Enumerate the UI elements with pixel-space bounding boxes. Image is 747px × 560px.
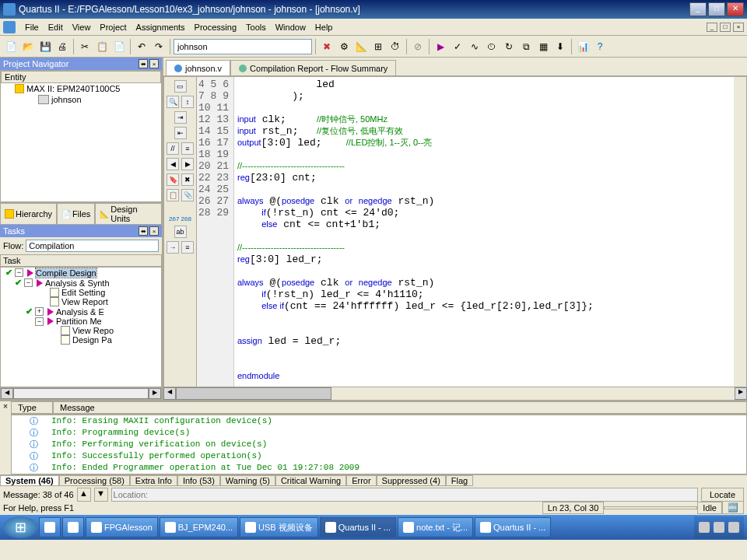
ed-line-icon[interactable]: ≡ <box>181 241 194 254</box>
tab-files[interactable]: 📄Files <box>57 203 95 225</box>
ed-prev-icon[interactable]: ◀ <box>167 158 179 170</box>
play-icon[interactable] <box>27 269 33 277</box>
ed-clear-icon[interactable]: ✖ <box>181 173 194 186</box>
assignments-icon[interactable]: ✖ <box>319 39 335 54</box>
tasks-pin-icon[interactable]: ⬌ <box>139 226 148 236</box>
tasks-hscrollbar[interactable]: ◀▶ <box>0 387 162 400</box>
msgtab-extra[interactable]: Extra Info <box>130 475 177 486</box>
task-view-repo[interactable]: View Repo <box>72 326 114 335</box>
report-icon[interactable]: 📊 <box>575 39 591 54</box>
save-icon[interactable]: 💾 <box>37 39 53 54</box>
again-icon[interactable]: ↻ <box>501 39 517 54</box>
tb-quartus2[interactable]: Quartus II - ... <box>475 517 551 537</box>
play-icon[interactable] <box>47 317 54 325</box>
print-icon[interactable]: 🖨 <box>54 39 70 54</box>
tb-notepad[interactable]: note.txt - 记... <box>398 517 473 537</box>
ed-template-icon[interactable]: 📋 <box>167 189 179 201</box>
undo-icon[interactable]: ↶ <box>134 39 149 54</box>
menu-edit[interactable]: Edit <box>44 21 68 33</box>
ql-ie-icon[interactable] <box>39 517 61 537</box>
device-node[interactable]: MAX II: EPM240T100C5 <box>1 83 161 94</box>
ed-outdent-icon[interactable]: ⇤ <box>174 127 187 139</box>
msgtab-suppressed[interactable]: Suppressed (4) <box>377 475 446 486</box>
flow-combo[interactable]: Compilation <box>26 240 159 252</box>
task-compile-design[interactable]: Compile Design <box>36 268 96 278</box>
menu-view[interactable]: View <box>68 21 96 33</box>
tb-fpgalesson[interactable]: FPGAlesson <box>86 517 158 537</box>
tab-hierarchy[interactable]: Hierarchy <box>0 203 57 225</box>
mdi-minimize[interactable]: _ <box>707 23 717 32</box>
play-icon[interactable] <box>47 308 54 316</box>
top-entity-node[interactable]: johnson <box>1 94 161 105</box>
msgtab-info[interactable]: Info (53) <box>177 475 220 486</box>
mdi-close[interactable]: × <box>733 23 744 32</box>
tray-icon[interactable] <box>714 522 724 533</box>
pins-icon[interactable]: ⊞ <box>370 39 386 54</box>
task-partition[interactable]: Partition Me <box>56 317 102 326</box>
msgtab-flag[interactable]: Flag <box>446 475 473 486</box>
ed-bookmark-icon[interactable]: 🔖 <box>167 173 179 186</box>
location-input[interactable] <box>111 488 698 502</box>
simulate-icon[interactable]: ∿ <box>467 39 482 54</box>
redo-icon[interactable]: ↷ <box>151 39 167 54</box>
settings-icon[interactable]: ⚙ <box>336 39 352 54</box>
ed-insert-icon[interactable]: 📎 <box>181 189 194 201</box>
stop-icon[interactable]: ⊘ <box>410 39 426 54</box>
msgtab-error[interactable]: Error <box>346 475 376 486</box>
ed-goto-icon[interactable]: → <box>167 241 179 254</box>
menu-processing[interactable]: Processing <box>190 21 241 33</box>
collapse-icon[interactable]: − <box>24 278 33 287</box>
collapse-icon[interactable]: − <box>15 268 23 277</box>
editor-hscrollbar[interactable]: ◀▶ <box>163 387 747 400</box>
play-icon[interactable] <box>37 279 43 287</box>
menu-assignments[interactable]: Assignments <box>132 21 190 33</box>
menu-window[interactable]: Window <box>271 21 310 33</box>
timing-icon[interactable]: ⏱ <box>388 39 403 54</box>
pn-pin-icon[interactable]: ⬌ <box>139 59 148 68</box>
tab-compilation-report[interactable]: Compilation Report - Flow Summary <box>230 60 396 75</box>
gate-icon[interactable]: ⧉ <box>518 39 534 54</box>
status-ime-icon[interactable]: 🔤 <box>722 501 744 514</box>
program-icon[interactable]: ⬇ <box>552 39 568 54</box>
code-editor[interactable]: led ); input clk; //时钟信号, 50MHz input rs… <box>234 77 734 387</box>
task-analysis-elab[interactable]: Analysis & E <box>56 307 104 317</box>
ed-replace-icon[interactable]: ↕ <box>181 96 194 108</box>
tab-design-units[interactable]: 📐Design Units <box>95 203 162 225</box>
locate-button[interactable]: Locate <box>701 488 744 502</box>
pn-close-icon[interactable]: × <box>149 59 159 68</box>
ed-comment-icon[interactable]: // <box>167 142 179 155</box>
task-analysis-synth[interactable]: Analysis & Synth <box>45 278 110 288</box>
ed-indent-icon[interactable]: ⇥ <box>174 111 187 124</box>
menu-help[interactable]: Help <box>310 21 338 33</box>
help-icon[interactable]: ? <box>592 39 608 54</box>
message-list[interactable]: ⓘInfo: Erasing MAXII configuration devic… <box>11 415 747 474</box>
ed-find-icon[interactable]: 🔍 <box>167 96 179 108</box>
expand-icon[interactable]: + <box>35 307 44 316</box>
msgtab-critical[interactable]: Critical Warning <box>275 475 346 486</box>
task-edit-setting[interactable]: Edit Setting <box>61 288 105 297</box>
task-view-report[interactable]: View Report <box>61 297 108 306</box>
msgtab-processing[interactable]: Processing (58) <box>59 475 130 486</box>
tb-bjepm240[interactable]: BJ_EPM240... <box>160 517 238 537</box>
cut-icon[interactable]: ✂ <box>77 39 93 54</box>
entity-tree[interactable]: Entity MAX II: EPM240T100C5 johnson <box>0 70 162 202</box>
mdi-restore[interactable]: □ <box>720 23 731 32</box>
open-icon[interactable]: 📂 <box>20 39 36 54</box>
chip-icon[interactable]: ▦ <box>535 39 551 54</box>
minimize-button[interactable]: _ <box>689 2 707 16</box>
start-button[interactable]: ⊞ <box>3 516 37 538</box>
project-combo[interactable]: johnson <box>174 39 312 54</box>
msg-close-icon[interactable]: × <box>0 401 11 474</box>
msg-down-icon[interactable]: ▼ <box>94 488 108 502</box>
menu-file[interactable]: File <box>20 21 44 33</box>
compile-icon[interactable]: ▶ <box>433 39 448 54</box>
task-design-pa[interactable]: Design Pa <box>72 335 112 345</box>
ql-chrome-icon[interactable] <box>62 517 84 537</box>
tray-icon[interactable] <box>728 522 739 533</box>
tab-johnson-v[interactable]: johnson.v <box>166 60 230 75</box>
paste-icon[interactable]: 📄 <box>111 39 127 54</box>
menu-project[interactable]: Project <box>95 21 131 33</box>
close-button[interactable]: ✕ <box>727 2 744 16</box>
msgtab-warning[interactable]: Warning (5) <box>220 475 275 486</box>
ed-next-icon[interactable]: ▶ <box>181 158 194 170</box>
